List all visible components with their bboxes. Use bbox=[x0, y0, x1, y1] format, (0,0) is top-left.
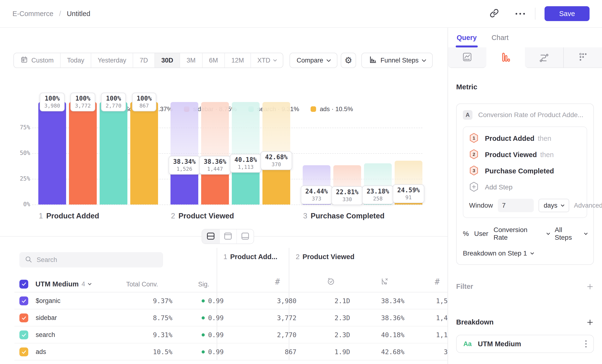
breakdown-item-utm-medium[interactable]: AaUTM Medium bbox=[456, 335, 594, 353]
range-7d[interactable]: 7D bbox=[133, 53, 154, 67]
row-checkbox[interactable] bbox=[19, 297, 28, 305]
tab-retention[interactable] bbox=[563, 47, 602, 68]
x-axis-step-label[interactable]: 1Product Added bbox=[39, 212, 99, 220]
tab-insights[interactable] bbox=[448, 47, 486, 68]
bar-sidebar-step2[interactable]: 38.36%1,447 bbox=[201, 102, 229, 204]
toggle-table-view[interactable] bbox=[236, 229, 254, 244]
breadcrumb-project[interactable]: E-Commerce bbox=[12, 10, 54, 18]
window-unit-dropdown[interactable]: days bbox=[538, 199, 569, 212]
bar-ads-step3[interactable]: 24.59%91 bbox=[395, 102, 422, 204]
bar-count: 91 bbox=[397, 194, 420, 200]
tab-chart[interactable]: Chart bbox=[492, 28, 509, 47]
bar-search-step3[interactable]: 23.18%258 bbox=[364, 102, 392, 204]
range-today[interactable]: Today bbox=[60, 53, 91, 67]
breakdown-on-step-dropdown[interactable]: Breakdown on Step 1 bbox=[463, 249, 587, 257]
range-xtd[interactable]: XTD bbox=[250, 53, 283, 67]
tab-query[interactable]: Query bbox=[457, 28, 477, 47]
compare-button[interactable]: Compare bbox=[290, 53, 337, 68]
query-step-3[interactable]: 3Purchase Completed bbox=[469, 163, 581, 179]
select-all-checkbox[interactable] bbox=[19, 280, 28, 289]
share-link-button[interactable] bbox=[487, 6, 502, 21]
cell-step2-conv: 38.34% bbox=[356, 292, 404, 309]
row-checkbox[interactable] bbox=[19, 331, 28, 339]
bar-ads-step1[interactable]: 100%867 bbox=[130, 102, 158, 204]
entity-label[interactable]: User bbox=[474, 230, 488, 237]
chart-settings-button[interactable]: ⚙ bbox=[341, 53, 356, 68]
funnel-bar-chart: 75%50%25%0%100%3,980100%3,772100%2,77010… bbox=[38, 102, 422, 204]
range-12m[interactable]: 12M bbox=[224, 53, 250, 67]
layout-toggle bbox=[202, 229, 254, 244]
bar-sidebar-step3[interactable]: 22.81%330 bbox=[333, 102, 361, 204]
table-step1-header[interactable]: 1Product Add... bbox=[223, 253, 277, 261]
row-select[interactable]: search bbox=[19, 326, 55, 343]
gridline-0% bbox=[32, 204, 422, 205]
window-value-input[interactable] bbox=[498, 199, 534, 212]
count-hash-icon[interactable]: # bbox=[275, 277, 280, 286]
total-conv-column-header[interactable]: Total Conv. bbox=[110, 281, 158, 288]
query-panel-content: Metric A Conversion Rate of Product Adde… bbox=[448, 83, 602, 353]
table-row-sidebar[interactable]: sidebar8.75%0.993,7722.3D38.36%1,447 bbox=[14, 309, 448, 326]
date-range-picker: CustomTodayYesterday7D30D3M6M12MXTD bbox=[13, 53, 283, 68]
range-yesterday[interactable]: Yesterday bbox=[91, 53, 133, 67]
table-search[interactable] bbox=[19, 252, 163, 268]
bar-organic-step3[interactable]: 24.44%373 bbox=[303, 102, 331, 204]
add-step-button[interactable]: Add Step bbox=[469, 179, 581, 195]
table-row-organic[interactable]: $organic9.37%0.993,9802.1D38.34%1,526 bbox=[14, 292, 448, 309]
breadcrumb-report-title[interactable]: Untitled bbox=[67, 10, 90, 18]
range-30d[interactable]: 30D bbox=[154, 53, 180, 67]
add-breakdown-button[interactable] bbox=[586, 319, 594, 326]
kebab-menu-icon[interactable] bbox=[585, 340, 587, 347]
bar-search-step1[interactable]: 100%2,770 bbox=[100, 102, 127, 204]
funnel-step-group-1: 100%3,980100%3,772100%2,770100%8671Produ… bbox=[38, 102, 161, 204]
bar-count: 867 bbox=[137, 103, 152, 109]
range-6m[interactable]: 6M bbox=[202, 53, 225, 67]
time-to-convert-icon[interactable] bbox=[326, 277, 335, 286]
table-step2-header[interactable]: 2Product Viewed bbox=[296, 253, 355, 261]
tab-flows[interactable] bbox=[525, 47, 563, 68]
tab-funnels[interactable] bbox=[486, 47, 525, 68]
more-actions-button[interactable] bbox=[512, 6, 528, 21]
report-type-tabs bbox=[448, 47, 602, 68]
toggle-chart-view[interactable] bbox=[219, 229, 236, 244]
table-row-ads[interactable]: ads10.5%0.998671.9D42.68%370 bbox=[14, 343, 448, 360]
bar-ads-step2[interactable]: 42.68%370 bbox=[262, 102, 290, 204]
chart-type-dropdown[interactable]: Funnel Steps bbox=[361, 53, 433, 68]
bar-sidebar-step1[interactable]: 100%3,772 bbox=[69, 102, 97, 204]
row-checkbox[interactable] bbox=[19, 313, 28, 322]
add-filter-button[interactable] bbox=[586, 283, 594, 290]
bar-search-step2[interactable]: 40.18%1,113 bbox=[232, 102, 259, 204]
x-axis-step-label[interactable]: 2Product Viewed bbox=[171, 212, 234, 220]
sig-column-header[interactable]: Sig. bbox=[181, 281, 209, 288]
step-name: Product Viewed bbox=[178, 212, 234, 220]
x-axis-step-label[interactable]: 3Purchase Completed bbox=[303, 212, 385, 220]
table-row-search[interactable]: search9.31%0.992,7702.3D40.18%1,113 bbox=[14, 326, 448, 343]
y-axis-tick: 0% bbox=[7, 201, 30, 208]
steps-scope-dropdown[interactable]: All Steps bbox=[555, 226, 587, 241]
row-select[interactable]: sidebar bbox=[19, 309, 57, 326]
bar-count: 1,526 bbox=[173, 166, 196, 172]
then-label: then bbox=[540, 151, 554, 159]
bar-organic-step2[interactable]: 38.34%1,526 bbox=[171, 102, 198, 204]
save-button[interactable]: Save bbox=[545, 6, 590, 21]
range-3m[interactable]: 3M bbox=[180, 53, 202, 67]
search-input[interactable] bbox=[37, 256, 158, 264]
query-step-2[interactable]: 2Product Viewedthen bbox=[469, 147, 581, 163]
cell-step2-time: 2.1D bbox=[307, 292, 350, 309]
advanced-toggle[interactable]: Advanced bbox=[574, 202, 602, 209]
conversion-chart-icon[interactable] bbox=[380, 277, 389, 286]
toggle-split-view[interactable] bbox=[202, 229, 219, 244]
count-hash-icon[interactable]: # bbox=[435, 277, 440, 286]
bar-value-label: 22.81%330 bbox=[331, 186, 363, 205]
row-select[interactable]: ads bbox=[19, 343, 46, 360]
step-number-hexagon: 3 bbox=[469, 165, 479, 177]
row-select[interactable]: $organic bbox=[19, 292, 61, 309]
range-label: Custom bbox=[31, 57, 54, 64]
range-custom[interactable]: Custom bbox=[14, 53, 60, 67]
query-step-1[interactable]: 1Product Addedthen bbox=[469, 130, 581, 147]
bar-organic-step1[interactable]: 100%3,980 bbox=[38, 102, 66, 204]
bar-conversion-pct: 100% bbox=[106, 95, 121, 102]
row-checkbox[interactable] bbox=[19, 347, 28, 356]
table-group-header[interactable]: UTM Medium 4 bbox=[19, 276, 91, 292]
measurement-dropdown[interactable]: Conversion Rate bbox=[494, 226, 549, 241]
metric-series-row[interactable]: A Conversion Rate of Product Adde... bbox=[463, 110, 587, 120]
